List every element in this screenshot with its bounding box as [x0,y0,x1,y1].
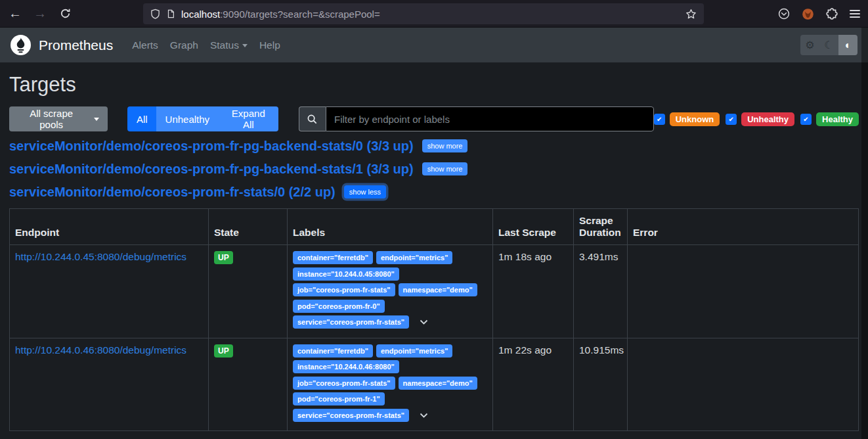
menu-hamburger-icon[interactable] [850,10,860,18]
endpoint-link[interactable]: http://10.244.0.45:8080/debug/metrics [15,251,186,262]
col-endpoint: Endpoint [10,209,209,245]
filter-unhealthy-button[interactable]: Unhealthy [156,106,219,131]
label-badge: container="ferretdb" [293,251,373,264]
search-icon [299,106,326,131]
label-badge: instance="10.244.0.46:8080" [293,360,399,373]
col-scrape-duration: Scrape Duration [574,209,628,245]
health-filters: ✔ Unknown ✔ Unhealthy ✔ Healthy [654,112,859,126]
label-badge: pod="coreos-prom-fr-0" [293,300,385,313]
screen: ← → localhost:9090/targets?search=&scrap… [0,0,868,439]
label-badge: job="coreos-prom-fr-stats" [293,377,395,390]
label-badge: namespace="demo" [399,377,477,390]
search-input[interactable] [326,106,654,131]
nav-link-graph[interactable]: Graph [164,34,204,57]
collapse-labels-chevron-icon[interactable] [420,413,428,418]
prometheus-navbar: Prometheus Alerts Graph Status Help ⚙ ☾ … [0,28,868,62]
reload-icon[interactable] [55,4,75,24]
extension-addon-icon[interactable] [802,8,814,20]
last-scrape-cell: 1m 22s ago [493,338,574,431]
dark-theme-moon-icon[interactable]: ☾ [819,35,838,55]
label-badge: endpoint="metrics" [376,344,452,358]
label-badge: service="coreos-prom-fr-stats" [293,409,409,422]
nav-link-alerts[interactable]: Alerts [126,34,164,57]
state-badge: UP [214,251,233,264]
chevron-down-icon [242,44,248,47]
show-less-button[interactable]: show less [344,185,386,198]
state-badge: UP [214,344,233,358]
filter-all-button[interactable]: All [127,106,156,131]
filter-controls: All scrape pools All Unhealthy Expand Al… [9,106,859,131]
label-badge: job="coreos-prom-fr-stats" [293,283,395,296]
browser-toolbar: ← → localhost:9090/targets?search=&scrap… [0,0,868,28]
settings-gear-icon[interactable]: ⚙ [800,35,819,55]
table-header-row: Endpoint State Labels Last Scrape Scrape… [10,209,859,245]
pocket-icon[interactable] [778,8,790,20]
label-badge: instance="10.244.0.45:8080" [293,267,399,281]
extensions-puzzle-icon[interactable] [826,8,838,20]
health-filter-unhealthy: ✔ Unhealthy [726,112,794,126]
col-labels: Labels [288,209,493,245]
targets-table: Endpoint State Labels Last Scrape Scrape… [9,208,859,431]
shield-icon[interactable] [150,9,160,19]
label-badge: service="coreos-prom-fr-stats" [293,315,409,329]
scrape-duration-cell: 3.491ms [574,245,628,338]
scrape-duration-cell: 10.915ms [574,338,628,431]
prometheus-logo [11,35,31,55]
scrollbar[interactable] [861,28,868,439]
col-error: Error [628,209,859,245]
label-badge: endpoint="metrics" [376,251,452,264]
toolbar-right [778,0,860,28]
scrape-pool-dropdown[interactable]: All scrape pools [9,106,108,131]
healthy-checkbox[interactable]: ✔ [800,114,812,125]
unhealthy-badge[interactable]: Unhealthy [741,112,794,126]
auto-theme-contrast-icon[interactable]: ◐ [838,35,857,55]
health-filter-unknown: ✔ Unknown [654,112,720,126]
page-title: Targets [9,72,859,97]
job-title: serviceMonitor/demo/coreos-prom-fr-stats… [9,185,336,200]
job-title: serviceMonitor/demo/coreos-prom-fr-pg-ba… [9,162,414,177]
targets-page: Targets All scrape pools All Unhealthy E… [0,72,868,431]
healthy-badge[interactable]: Healthy [816,112,859,126]
url-bar[interactable]: localhost:9090/targets?search=&scrapePoo… [143,3,704,24]
page-info-icon[interactable] [166,9,175,19]
error-cell [628,338,859,431]
state-filter-group: All Unhealthy Expand All [127,106,278,131]
label-badge: namespace="demo" [399,283,477,296]
unhealthy-checkbox[interactable]: ✔ [726,114,737,125]
nav-link-help[interactable]: Help [253,34,286,57]
label-badge: container="ferretdb" [293,344,373,358]
theme-toggle-group: ⚙ ☾ ◐ [800,35,857,55]
target-row: http://10.244.0.46:8080/debug/metrics UP… [10,338,859,431]
forward-icon[interactable]: → [30,4,50,24]
last-scrape-cell: 1m 18s ago [493,245,574,338]
brand-title[interactable]: Prometheus [39,37,113,53]
url-host: localhost [181,9,220,20]
collapse-labels-chevron-icon[interactable] [420,319,428,325]
back-icon[interactable]: ← [5,4,25,24]
job-heading-row: serviceMonitor/demo/coreos-prom-fr-pg-ba… [9,160,859,177]
job-heading-row: serviceMonitor/demo/coreos-prom-fr-pg-ba… [9,137,859,154]
show-more-button[interactable]: show more [422,139,468,152]
col-state: State [209,209,288,245]
expand-all-button[interactable]: Expand All [219,106,278,131]
job-heading-row: serviceMonitor/demo/coreos-prom-fr-stats… [9,183,859,200]
unknown-checkbox[interactable]: ✔ [654,114,665,125]
bookmark-star-icon[interactable] [685,9,697,20]
label-badge: pod="coreos-prom-fr-1" [293,392,385,405]
health-filter-healthy: ✔ Healthy [800,112,859,126]
search-group [299,106,654,131]
show-more-button[interactable]: show more [422,162,468,175]
target-row: http://10.244.0.45:8080/debug/metrics UP… [10,245,859,338]
unknown-badge[interactable]: Unknown [670,112,720,126]
job-title: serviceMonitor/demo/coreos-prom-fr-pg-ba… [9,139,414,154]
chevron-down-icon [94,118,99,121]
endpoint-link[interactable]: http://10.244.0.46:8080/debug/metrics [15,344,186,356]
col-last-scrape: Last Scrape [493,209,574,245]
url-path: :9090/targets?search=&scrapePool= [220,9,380,20]
nav-link-status[interactable]: Status [204,34,253,57]
error-cell [628,245,859,338]
